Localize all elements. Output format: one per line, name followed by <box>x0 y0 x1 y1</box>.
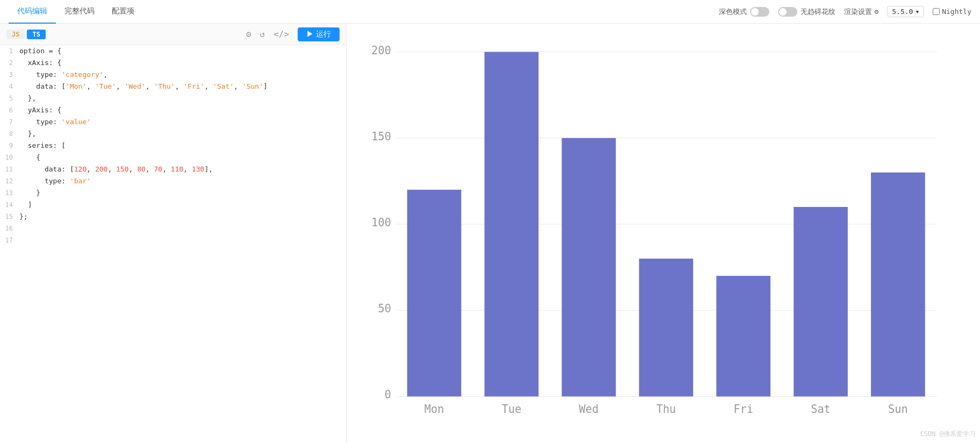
code-line: 10 { <box>0 152 346 163</box>
x-label: Tue <box>502 403 522 416</box>
line-content: option = { <box>19 45 346 57</box>
dark-mode-toggle-group: 深色模式 <box>719 7 769 17</box>
line-number: 9 <box>0 140 19 152</box>
line-content <box>19 223 346 234</box>
svg-text:200: 200 <box>371 44 391 57</box>
line-content: }, <box>19 92 346 104</box>
code-line: 16 <box>0 223 346 234</box>
line-content: series: [ <box>19 140 346 152</box>
code-line: 1option = { <box>0 45 346 57</box>
tab-code-editor[interactable]: 代码编辑 <box>9 0 56 24</box>
line-number: 12 <box>0 175 19 187</box>
right-panel: 50100150200MonTueWedThuFriSatSun0 CSDN @… <box>347 24 980 443</box>
code-line: 17 <box>0 234 346 246</box>
bar[interactable] <box>485 52 539 397</box>
render-settings-label: 渲染设置 <box>844 7 872 17</box>
version-select[interactable]: 5.5.0 ▾ <box>887 6 924 17</box>
line-number: 10 <box>0 152 19 163</box>
line-content: }; <box>19 211 346 223</box>
line-number: 16 <box>0 223 19 234</box>
bar[interactable] <box>407 190 462 397</box>
x-label: Mon <box>424 403 444 416</box>
line-number: 5 <box>0 92 19 104</box>
lang-tab-js[interactable]: JS <box>6 30 25 39</box>
dark-mode-label: 深色模式 <box>719 7 747 17</box>
line-content: } <box>19 187 346 199</box>
line-content: type: 'bar' <box>19 175 346 187</box>
x-label: Thu <box>656 403 676 416</box>
line-content: data: ['Mon', 'Tue', 'Wed', 'Thu', 'Fri'… <box>19 81 346 92</box>
line-content: ] <box>19 199 346 211</box>
line-number: 13 <box>0 187 19 199</box>
left-panel: JS TS ⚙ ↺ </> ▶ 运行 1option = {2 xAxis: {… <box>0 24 347 443</box>
x-label: Fri <box>733 403 753 416</box>
code-line: 14 ] <box>0 199 346 211</box>
line-number: 3 <box>0 69 19 81</box>
line-number: 14 <box>0 199 19 211</box>
top-controls: 深色模式 无趋碍花纹 渲染设置 ⚙ 5.5.0 ▾ Nightly <box>719 6 971 17</box>
line-number: 8 <box>0 128 19 140</box>
chevron-down-icon: ▾ <box>915 8 919 16</box>
bar[interactable] <box>794 207 848 396</box>
svg-text:0: 0 <box>385 388 391 401</box>
nightly-label: Nightly <box>942 8 971 16</box>
line-content <box>19 234 346 246</box>
code-toolbar: JS TS ⚙ ↺ </> ▶ 运行 <box>0 24 346 45</box>
x-label: Wed <box>579 403 599 416</box>
line-content: }, <box>19 128 346 140</box>
svg-text:100: 100 <box>371 216 391 229</box>
dark-mode-toggle[interactable] <box>750 7 769 17</box>
code-editor[interactable]: 1option = {2 xAxis: {3 type: 'category',… <box>0 45 346 443</box>
bar[interactable] <box>639 259 693 396</box>
lang-tabs: JS TS <box>6 30 46 39</box>
no-pattern-toggle-group: 无趋碍花纹 <box>778 7 835 17</box>
bar-chart: 50100150200MonTueWedThuFriSatSun0 <box>357 34 959 430</box>
refresh-icon[interactable]: ↺ <box>260 29 265 39</box>
bar[interactable] <box>716 276 770 396</box>
tab-config[interactable]: 配置项 <box>103 0 143 24</box>
toolbar-icons: ⚙ ↺ </> ▶ 运行 <box>246 27 340 41</box>
line-content: data: [120, 200, 150, 80, 70, 110, 130], <box>19 163 346 175</box>
code-line: 13 } <box>0 187 346 199</box>
line-content: { <box>19 152 346 163</box>
nightly-checkbox-input[interactable] <box>933 8 940 15</box>
line-content: xAxis: { <box>19 57 346 69</box>
code-icon[interactable]: </> <box>273 29 289 39</box>
line-number: 11 <box>0 163 19 175</box>
settings-icon[interactable]: ⚙ <box>246 29 251 39</box>
code-line: 5 }, <box>0 92 346 104</box>
no-pattern-toggle[interactable] <box>778 7 797 17</box>
render-settings[interactable]: 渲染设置 ⚙ <box>844 7 878 17</box>
top-tabs: 代码编辑 完整代码 配置项 <box>9 0 143 24</box>
code-line: 4 data: ['Mon', 'Tue', 'Wed', 'Thu', 'Fr… <box>0 81 346 92</box>
code-line: 11 data: [120, 200, 150, 80, 70, 110, 13… <box>0 163 346 175</box>
x-label: Sun <box>888 403 908 416</box>
no-pattern-label: 无趋碍花纹 <box>801 7 835 17</box>
line-number: 1 <box>0 45 19 57</box>
tab-complete-code[interactable]: 完整代码 <box>56 0 103 24</box>
x-label: Sat <box>811 403 831 416</box>
bar[interactable] <box>562 138 616 397</box>
run-button[interactable]: ▶ 运行 <box>298 27 340 41</box>
code-line: 2 xAxis: { <box>0 57 346 69</box>
gear-icon: ⚙ <box>874 8 878 16</box>
line-number: 4 <box>0 81 19 92</box>
line-number: 15 <box>0 211 19 223</box>
line-content: type: 'value' <box>19 116 346 128</box>
line-number: 2 <box>0 57 19 69</box>
nightly-checkbox[interactable]: Nightly <box>933 8 971 16</box>
bar[interactable] <box>871 173 925 397</box>
code-line: 7 type: 'value' <box>0 116 346 128</box>
line-number: 7 <box>0 116 19 128</box>
line-number: 6 <box>0 104 19 116</box>
version-value: 5.5.0 <box>892 8 913 16</box>
main-content: JS TS ⚙ ↺ </> ▶ 运行 1option = {2 xAxis: {… <box>0 24 980 443</box>
svg-text:50: 50 <box>378 302 391 315</box>
lang-tab-ts[interactable]: TS <box>27 30 45 39</box>
code-line: 9 series: [ <box>0 140 346 152</box>
code-line: 6 yAxis: { <box>0 104 346 116</box>
top-bar: 代码编辑 完整代码 配置项 深色模式 无趋碍花纹 渲染设置 ⚙ 5.5.0 ▾ … <box>0 0 980 24</box>
code-line: 3 type: 'category', <box>0 69 346 81</box>
chart-container: 50100150200MonTueWedThuFriSatSun0 <box>357 34 959 430</box>
watermark: CSDN @佛系爱学习 <box>920 430 976 439</box>
